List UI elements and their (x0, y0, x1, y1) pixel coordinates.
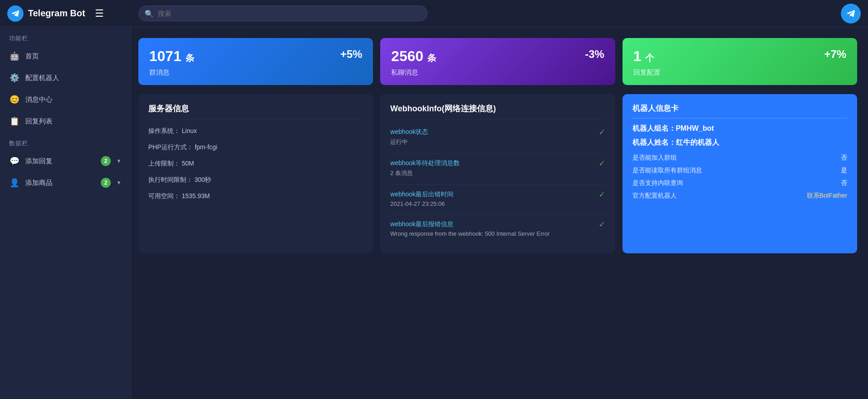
webhook-item-0: webhook状态 ✓ 运行中 (390, 127, 605, 146)
bot-prop-label-2: 是否支持内联查询 (632, 179, 683, 187)
server-info-title: 服务器信息 (148, 103, 363, 120)
bot-name-label: 机器人姓名： (632, 138, 676, 146)
sidebar-item-add-reply[interactable]: 💬 添加回复 2 ▼ (0, 150, 131, 172)
bot-group-name-label: 机器人组名： (632, 124, 676, 132)
webhook-sub-1: 2 条消息 (390, 169, 605, 177)
server-exec-value: 300秒 (194, 176, 211, 184)
logo-icon (7, 5, 24, 22)
menu-toggle-button[interactable]: ☰ (95, 8, 104, 19)
bot-prop-3: 官方配置机器人 联系BotFather (632, 192, 847, 200)
telegram-button[interactable] (841, 4, 861, 24)
stat-unit-private: 条 (427, 53, 436, 63)
search-area: 🔍 (138, 5, 428, 21)
sidebar: 功能栏 🤖 首页 ⚙️ 配置机器人 😊 消息中心 📋 回复列表 数据栏 💬 添加… (0, 27, 131, 399)
sidebar-item-msg-center[interactable]: 😊 消息中心 (0, 89, 131, 110)
webhook-divider-2 (390, 214, 605, 215)
stat-change-private: -3% (585, 48, 604, 61)
server-row-os: 操作系统： Linux (148, 127, 363, 135)
sidebar-item-reply-list[interactable]: 📋 回复列表 (0, 110, 131, 132)
webhook-item-header-3: webhook最后报错信息 ✓ (390, 219, 605, 229)
server-os-label: 操作系统： (148, 127, 180, 135)
stat-label-private: 私聊消息 (391, 68, 604, 77)
server-info-card: 服务器信息 操作系统： Linux PHP运行方式： fpm-fcgi 上传限制… (138, 94, 373, 253)
stat-card-top-2: 2560 条 -3% (391, 48, 604, 65)
stat-unit-reply: 个 (645, 53, 654, 63)
webhook-item-3: webhook最后报错信息 ✓ Wrong response from the … (390, 219, 605, 237)
bot-info-title: 机器人信息卡 (632, 103, 847, 119)
bot-info-card: 机器人信息卡 机器人组名：PMHW_bot 机器人姓名：红牛的机器人 是否能加入… (623, 94, 857, 253)
sidebar-item-config-bot[interactable]: ⚙️ 配置机器人 (0, 67, 131, 89)
stat-number-private: 2560 (391, 48, 423, 64)
sidebar-item-add-product[interactable]: 👤 添加商品 2 ▼ (0, 172, 131, 194)
bot-prop-label-1: 是否能读取所有群组消息 (632, 166, 702, 175)
bot-prop-label-3: 官方配置机器人 (632, 192, 677, 200)
webhook-title-0: webhook状态 (390, 128, 428, 136)
bot-prop-2: 是否支持内联查询 否 (632, 179, 847, 187)
webhook-sub-3: Wrong response from the webhook: 500 Int… (390, 230, 605, 237)
add-reply-badge: 2 (101, 156, 111, 166)
stat-number-reply: 1 (633, 48, 642, 64)
sidebar-label-add-reply: 添加回复 (25, 157, 95, 166)
bot-prop-0: 是否能加入群组 否 (632, 154, 847, 162)
server-upload-value: 50M (182, 160, 194, 167)
webhook-divider-0 (390, 153, 605, 154)
add-product-badge: 2 (101, 178, 111, 188)
stat-label-reply: 回复配置 (633, 68, 846, 77)
webhook-sub-0: 运行中 (390, 138, 605, 146)
webhook-title-1: webhook等待处理消息数 (390, 159, 460, 167)
webhook-status-2: ✓ (599, 190, 605, 200)
webhook-info-title: WebhookInfo(网络连接信息) (390, 103, 605, 120)
stat-card-private-msg: 2560 条 -3% 私聊消息 (380, 38, 615, 85)
bot-prop-value-1: 是 (841, 166, 847, 175)
sidebar-label-home: 首页 (25, 52, 122, 61)
home-icon: 🤖 (9, 51, 20, 62)
webhook-item-2: webhook最后出错时间 ✓ 2021-04-27 23:25:06 (390, 190, 605, 207)
sidebar-label-config-bot: 配置机器人 (25, 74, 122, 82)
webhook-status-1: ✓ (599, 158, 605, 168)
server-row-php: PHP运行方式： fpm-fcgi (148, 143, 363, 152)
server-php-value: fpm-fcgi (195, 143, 217, 151)
webhook-status-3: ✓ (599, 219, 605, 229)
webhook-status-0: ✓ (599, 127, 605, 137)
stat-unit-group: 条 (185, 53, 194, 63)
content-area: 1071 条 +5% 群消息 2560 条 -3% 私聊消息 (131, 27, 868, 399)
webhook-item-header-1: webhook等待处理消息数 ✓ (390, 158, 605, 168)
topbar: Telegram Bot ☰ 🔍 (0, 0, 868, 27)
logo-area: Telegram Bot ☰ (7, 5, 138, 22)
bot-prop-value-3[interactable]: 联系BotFather (807, 192, 847, 200)
stat-count-private: 2560 条 (391, 48, 436, 65)
sidebar-label-add-product: 添加商品 (25, 179, 95, 187)
stat-change-group: +5% (340, 48, 363, 61)
webhook-title-2: webhook最后出错时间 (390, 190, 453, 199)
stat-count-group: 1071 条 (149, 48, 194, 65)
add-product-chevron: ▼ (116, 180, 122, 186)
stat-card-top-1: 1071 条 +5% (149, 48, 362, 65)
bot-group-name-value: PMHW_bot (676, 124, 714, 132)
server-space-label: 可用空间： (148, 192, 180, 200)
server-row-upload: 上传限制： 50M (148, 160, 363, 168)
bot-name-value: 红牛的机器人 (676, 138, 719, 146)
main-layout: 功能栏 🤖 首页 ⚙️ 配置机器人 😊 消息中心 📋 回复列表 数据栏 💬 添加… (0, 27, 868, 399)
stat-card-reply-config: 1 个 +7% 回复配置 (623, 38, 857, 85)
webhook-sub-2: 2021-04-27 23:25:06 (390, 200, 605, 207)
topbar-right (841, 4, 861, 24)
server-exec-label: 执行时间限制： (148, 176, 193, 184)
bot-name: 机器人姓名：红牛的机器人 (632, 138, 847, 147)
add-reply-icon: 💬 (9, 156, 20, 166)
webhook-info-card: WebhookInfo(网络连接信息) webhook状态 ✓ 运行中 webh… (380, 94, 615, 253)
search-input[interactable] (138, 5, 428, 21)
webhook-item-1: webhook等待处理消息数 ✓ 2 条消息 (390, 158, 605, 177)
bot-prop-value-0: 否 (841, 154, 847, 162)
webhook-item-header-2: webhook最后出错时间 ✓ (390, 190, 605, 200)
stat-card-group-msg: 1071 条 +5% 群消息 (138, 38, 373, 85)
sidebar-item-home[interactable]: 🤖 首页 (0, 45, 131, 67)
bot-prop-label-0: 是否能加入群组 (632, 154, 677, 162)
stat-change-reply: +7% (824, 48, 846, 61)
stat-label-group: 群消息 (149, 68, 362, 77)
server-row-space: 可用空间： 1535.93M (148, 192, 363, 200)
server-os-value: Linux (182, 127, 197, 134)
bot-prop-value-2: 否 (841, 179, 847, 187)
sidebar-section-functions: 功能栏 (0, 27, 131, 45)
sidebar-section-data: 数据栏 (0, 132, 131, 150)
search-icon: 🔍 (145, 9, 154, 18)
